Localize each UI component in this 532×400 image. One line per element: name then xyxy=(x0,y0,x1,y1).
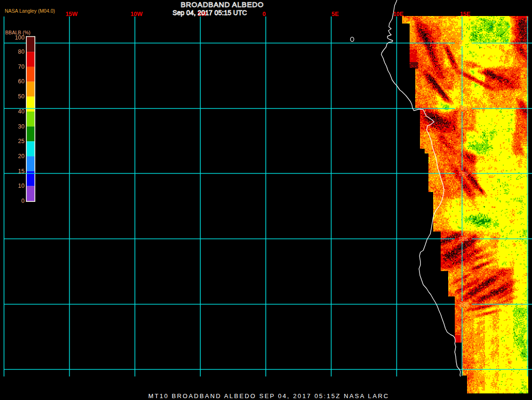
svg-text:Sep 04, 2017 05:15 UTC: Sep 04, 2017 05:15 UTC xyxy=(172,9,247,16)
svg-text:15W: 15W xyxy=(65,11,78,17)
svg-text:10: 10 xyxy=(18,183,24,189)
svg-text:15: 15 xyxy=(18,168,24,175)
svg-text:40: 40 xyxy=(18,108,24,115)
svg-text:0: 0 xyxy=(459,40,462,46)
svg-text:0: 0 xyxy=(263,11,266,17)
svg-text:10W: 10W xyxy=(130,11,143,17)
svg-text:25: 25 xyxy=(18,138,24,144)
svg-text:50: 50 xyxy=(18,93,24,100)
svg-text:5E: 5E xyxy=(331,11,339,17)
svg-text:20: 20 xyxy=(18,153,24,160)
svg-text:15S: 15S xyxy=(459,236,468,242)
svg-text:BROADBAND ALBEDO: BROADBAND ALBEDO xyxy=(181,0,264,8)
svg-text:100: 100 xyxy=(15,34,24,41)
svg-text:30: 30 xyxy=(18,123,24,130)
svg-text:15E: 15E xyxy=(460,11,470,17)
svg-text:70: 70 xyxy=(18,64,24,70)
svg-text:60: 60 xyxy=(18,78,24,85)
svg-text:0: 0 xyxy=(21,198,24,204)
svg-text:NASA Langley (M04.0): NASA Langley (M04.0) xyxy=(5,8,55,14)
svg-text:80: 80 xyxy=(18,48,24,55)
svg-text:20S: 20S xyxy=(459,302,469,307)
svg-text:10S: 10S xyxy=(459,171,468,176)
svg-text:MT10 BROADBAND ALBEDO SEP 0: MT10 BROADBAND ALBEDO SEP 04, 2017 05:15… xyxy=(148,392,389,400)
svg-text:10E: 10E xyxy=(393,11,403,17)
svg-text:5S: 5S xyxy=(461,105,468,111)
